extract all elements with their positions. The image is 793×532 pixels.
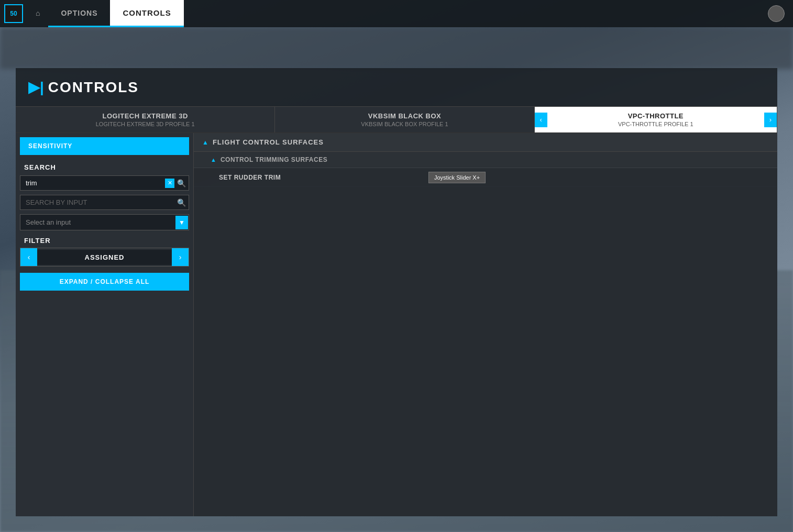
device-tab-logitech[interactable]: LOGITECH EXTREME 3D LOGITECH EXTREME 3D … [16,107,275,132]
section-flight-control-surfaces[interactable]: ▲ FLIGHT CONTROL SURFACES [194,133,777,152]
user-area [759,0,793,27]
home-button[interactable]: ⌂ [27,0,48,27]
subsection-control-trimming[interactable]: ▲ CONTROL TRIMMING SURFACES [194,152,777,168]
device-tab-vpc-profile: VPC-THROTTLE PROFILE 1 [618,121,693,127]
input-search-icon: 🔍 [177,198,186,207]
expand-collapse-button[interactable]: EXPAND / COLLAPSE ALL [20,273,189,291]
search-text-icon: 🔍 [177,179,186,187]
subsection-title: CONTROL TRIMMING SURFACES [221,156,327,163]
filter-label: FILTER [20,237,189,248]
panel-header-icon: ▶| [28,79,44,96]
sensitivity-button[interactable]: SENSITIVITY [20,137,189,155]
controls-list: ▲ FLIGHT CONTROL SURFACES ▲ CONTROL TRIM… [194,133,777,516]
sidebar: SENSITIVITY SEARCH ✕ 🔍 🔍 Select an input… [16,133,194,516]
content-area: SENSITIVITY SEARCH ✕ 🔍 🔍 Select an input… [16,133,777,516]
section-title: FLIGHT CONTROL SURFACES [213,138,324,146]
device-tab-vpc-throttle[interactable]: ‹ VPC-THROTTLE VPC-THROTTLE PROFILE 1 › [535,107,777,132]
filter-section: FILTER ‹ ASSIGNED › [16,232,193,269]
filter-value: ASSIGNED [37,250,172,265]
device-tab-vkbsim-profile: VKBSIM BLACK BOX PROFILE 1 [361,121,448,127]
device-tab-next-button[interactable]: › [764,113,777,127]
subsection-toggle-icon: ▲ [211,157,216,163]
device-tab-logitech-profile: LOGITECH EXTREME 3D PROFILE 1 [96,121,195,127]
panel-title: CONTROLS [48,79,139,96]
binding-chip-rudder-trim[interactable]: Joystick Slider X+ [428,172,486,183]
search-text-container: ✕ 🔍 [16,173,193,193]
search-clear-button[interactable]: ✕ [165,179,174,188]
top-bar: 50 ⌂ OPTIONS CONTROLS [0,0,793,27]
options-tab[interactable]: OPTIONS [48,0,110,27]
control-name-rudder-trim: SET RUDDER TRIM [219,174,428,181]
filter-next-button[interactable]: › [172,248,189,266]
main-panel: ▶| CONTROLS LOGITECH EXTREME 3D LOGITECH… [16,68,777,516]
control-row-set-rudder-trim: SET RUDDER TRIM Joystick Slider X+ [194,168,777,187]
section-toggle-icon: ▲ [202,139,208,146]
device-tab-vkbsim[interactable]: VKBSIM BLACK BOX VKBSIM BLACK BOX PROFIL… [275,107,534,132]
device-tab-prev-button[interactable]: ‹ [535,113,547,127]
input-search-container: 🔍 [16,193,193,212]
select-input-container: Select an input ▼ [16,212,193,232]
search-input[interactable] [20,175,189,191]
app-logo: 50 [4,4,23,23]
device-tab-vkbsim-name: VKBSIM BLACK BOX [368,112,441,120]
select-input-dropdown[interactable]: Select an input [20,214,189,230]
filter-prev-button[interactable]: ‹ [20,248,37,266]
device-tab-logitech-name: LOGITECH EXTREME 3D [102,112,188,120]
device-tab-vpc-name: VPC-THROTTLE [628,112,684,120]
banner-blur [0,27,793,69]
search-label: SEARCH [16,159,193,173]
panel-header: ▶| CONTROLS [16,68,777,107]
device-tabs: LOGITECH EXTREME 3D LOGITECH EXTREME 3D … [16,107,777,133]
input-search-field[interactable] [20,195,189,210]
user-avatar [768,5,785,22]
controls-tab[interactable]: CONTROLS [110,0,183,27]
filter-nav: ‹ ASSIGNED › [20,248,189,267]
